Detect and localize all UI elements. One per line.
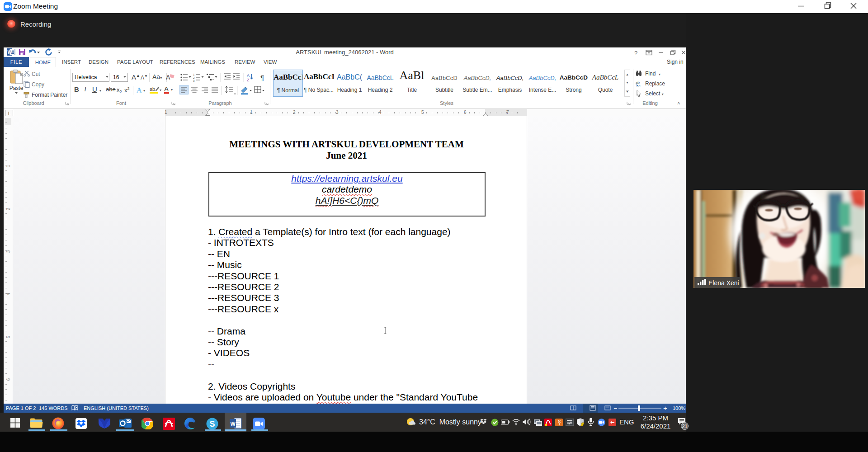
- svg-text:2: 2: [193, 76, 195, 79]
- svg-text:▾: ▾: [160, 88, 161, 92]
- svg-text:▾: ▾: [143, 89, 145, 93]
- svg-text:Z: Z: [247, 78, 250, 82]
- svg-text:3: 3: [193, 80, 195, 82]
- svg-text:A: A: [164, 85, 169, 93]
- svg-text:Elena Xeni: Elena Xeni: [708, 279, 739, 287]
- svg-text:S: S: [210, 419, 215, 428]
- svg-text:!: !: [581, 423, 582, 426]
- svg-text:A: A: [247, 73, 250, 78]
- svg-text:A: A: [137, 86, 142, 94]
- svg-text:A: A: [166, 74, 170, 81]
- svg-text:1: 1: [193, 73, 195, 76]
- svg-text:ab: ab: [150, 86, 155, 92]
- svg-text:?: ?: [634, 50, 637, 56]
- svg-text:▾: ▾: [171, 88, 173, 92]
- svg-text:¶: ¶: [260, 74, 264, 81]
- svg-text:W: W: [231, 421, 236, 427]
